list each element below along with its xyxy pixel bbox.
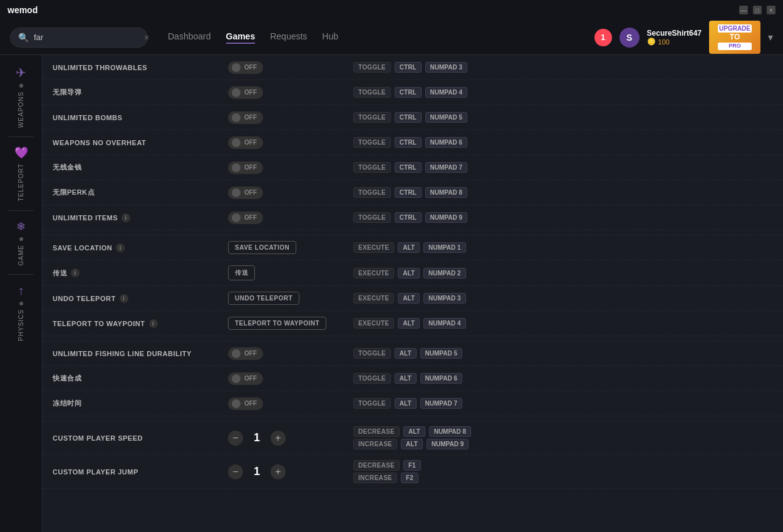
tab-dashboard[interactable]: Dashboard [168, 31, 211, 44]
feature-control[interactable]: OFF [228, 397, 353, 410]
feature-control[interactable]: OFF [228, 86, 353, 99]
feature-hotkeys: TOGGLE CTRL NUMPAD 9 [353, 212, 773, 223]
toggle-button[interactable]: OFF [228, 397, 263, 410]
feature-control[interactable]: OFF [228, 61, 353, 74]
feature-name: 无限PERK点 [53, 188, 228, 197]
feature-name: 传送 i [53, 269, 228, 278]
feature-name: TELEPORT TO WAYPOINT i [53, 319, 228, 328]
sidebar-divider-2 [9, 210, 34, 211]
sidebar: ✈ WEAPONS 💜 TELEPORT ❄ GAME ↑ PHYSICS [0, 55, 43, 532]
hotkey-key: ALT [398, 268, 420, 279]
feature-name: CUSTOM PLAYER JUMP [53, 468, 228, 476]
search-box[interactable]: 🔍 × [10, 28, 148, 48]
notification-badge[interactable]: 1 [594, 29, 612, 46]
feature-control[interactable]: OFF [228, 347, 353, 360]
tab-games[interactable]: Games [226, 31, 256, 44]
info-icon[interactable]: i [116, 243, 125, 252]
feature-row: UNLIMITED FISHING LINE DURABILITY OFF TO… [43, 341, 783, 366]
feature-control[interactable]: OFF [228, 111, 353, 124]
hotkey-key: NUMPAD 8 [429, 426, 471, 437]
close-button[interactable]: × [767, 6, 775, 14]
toggle-button[interactable]: OFF [228, 86, 263, 99]
hotkey-key: NUMPAD 6 [420, 373, 462, 384]
feature-row: SAVE LOCATION i SAVE LOCATION EXECUTE AL… [43, 235, 783, 260]
execute-button[interactable]: UNDO TELEPORT [228, 292, 299, 305]
sidebar-section-game: ❄ GAME [0, 215, 42, 270]
sidebar-label-weapons: WEAPONS [18, 91, 24, 128]
hotkey-key: CTRL [395, 137, 422, 148]
info-icon[interactable]: i [149, 319, 158, 328]
sidebar-label-game: GAME [18, 245, 24, 265]
sidebar-divider-3 [9, 274, 34, 275]
hotkey-action: TOGGLE [353, 187, 391, 198]
hotkey-key: NUMPAD 4 [423, 318, 465, 329]
hotkey-key: NUMPAD 6 [425, 137, 467, 148]
stepper-value: 1 [251, 465, 263, 478]
sidebar-divider [9, 136, 34, 137]
clear-search-icon[interactable]: × [144, 33, 149, 43]
increase-button[interactable]: + [271, 431, 286, 446]
increase-button[interactable]: + [271, 464, 286, 479]
tab-hub[interactable]: Hub [322, 31, 338, 44]
toggle-button[interactable]: OFF [228, 372, 263, 385]
user-dropdown-arrow[interactable]: ▾ [768, 31, 773, 43]
feature-row: 无限导弹 OFF TOGGLE CTRL NUMPAD 4 [43, 80, 783, 105]
decrease-button[interactable]: − [228, 431, 243, 446]
sidebar-section-physics: ↑ PHYSICS [0, 279, 42, 346]
info-icon[interactable]: i [120, 294, 128, 303]
feature-control[interactable]: 传送 [228, 265, 353, 280]
upgrade-button[interactable]: UPGRADE TO PRO [709, 21, 760, 53]
stepper-control: − 1 + [228, 464, 286, 479]
feature-control[interactable]: UNDO TELEPORT [228, 292, 353, 305]
execute-button[interactable]: SAVE LOCATION [228, 241, 296, 254]
hotkey-action: INCREASE [353, 473, 397, 483]
feature-control[interactable]: OFF [228, 136, 353, 149]
toggle-button[interactable]: OFF [228, 111, 263, 124]
info-icon[interactable]: i [122, 213, 130, 222]
hotkey-action: TOGGLE [353, 112, 391, 123]
toggle-button[interactable]: OFF [228, 347, 263, 360]
hotkeys-row: INCREASE ALT NUMPAD 9 [353, 439, 471, 449]
execute-button[interactable]: TELEPORT TO WAYPOINT [228, 317, 326, 330]
feature-name: UNLIMITED FISHING LINE DURABILITY [53, 350, 228, 357]
feature-hotkeys: TOGGLE ALT NUMPAD 5 [353, 348, 773, 359]
maximize-button[interactable]: □ [753, 6, 762, 14]
feature-name: 冻结时间 [53, 399, 228, 408]
hotkey-key: ALT [403, 426, 425, 437]
feature-name: SAVE LOCATION i [53, 243, 228, 252]
toggle-button[interactable]: OFF [228, 212, 263, 224]
search-input[interactable] [34, 33, 139, 42]
feature-control[interactable]: OFF [228, 161, 353, 174]
feature-control[interactable]: − 1 + [228, 464, 353, 479]
feature-control[interactable]: OFF [228, 187, 353, 199]
feature-control[interactable]: OFF [228, 372, 353, 385]
feature-name: UNLIMITED BOMBS [53, 114, 228, 121]
hotkey-key: CTRL [395, 187, 422, 198]
hotkey-key: CTRL [395, 112, 422, 123]
hotkey-key: F1 [403, 460, 421, 471]
toggle-button[interactable]: OFF [228, 61, 263, 74]
feature-control[interactable]: SAVE LOCATION [228, 241, 353, 254]
toggle-button[interactable]: OFF [228, 187, 263, 199]
feature-row: CUSTOM PLAYER JUMP − 1 + DECREASE F1 INC… [43, 455, 783, 489]
hotkey-key: CTRL [395, 62, 422, 73]
teleport-icon: 💜 [14, 146, 28, 160]
feature-hotkeys: TOGGLE CTRL NUMPAD 3 [353, 62, 773, 73]
hotkey-key: NUMPAD 5 [420, 348, 462, 359]
feature-name: UNDO TELEPORT i [53, 294, 228, 303]
toggle-button[interactable]: OFF [228, 136, 263, 149]
feature-control[interactable]: TELEPORT TO WAYPOINT [228, 317, 353, 330]
info-icon[interactable]: i [71, 269, 80, 277]
feature-row: WEAPONS NO OVERHEAT OFF TOGGLE CTRL NUMP… [43, 130, 783, 155]
feature-control[interactable]: OFF [228, 212, 353, 224]
feature-row: CUSTOM PLAYER SPEED − 1 + DECREASE ALT N… [43, 421, 783, 455]
hotkey-action: TOGGLE [353, 87, 391, 98]
feature-control[interactable]: − 1 + [228, 431, 353, 446]
hotkey-key: NUMPAD 9 [427, 439, 469, 449]
decrease-button[interactable]: − [228, 464, 243, 479]
minimize-button[interactable]: — [739, 6, 748, 14]
toggle-button[interactable]: OFF [228, 161, 263, 174]
execute-button[interactable]: 传送 [228, 265, 255, 280]
tab-requests[interactable]: Requests [270, 31, 307, 44]
section-spacer [43, 416, 783, 421]
